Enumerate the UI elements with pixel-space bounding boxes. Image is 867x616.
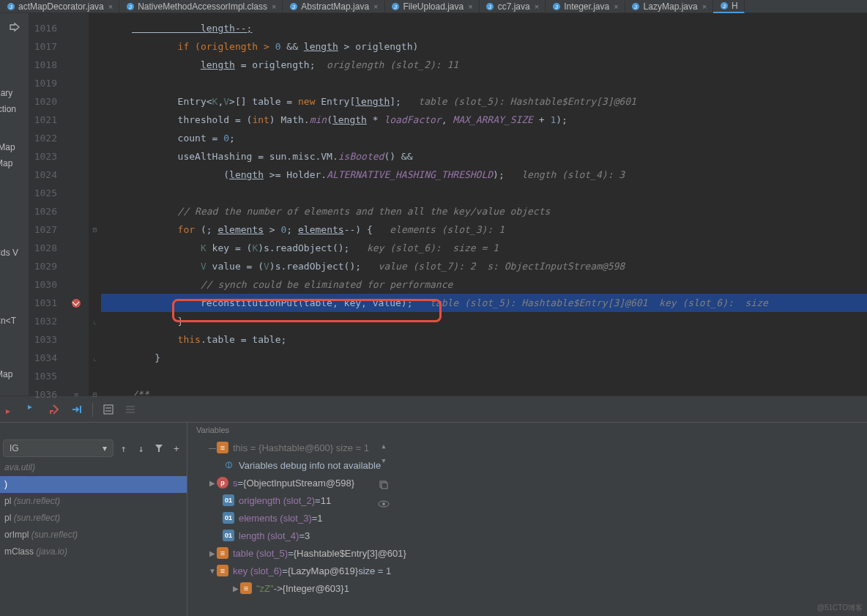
line-number: 1023 <box>29 147 64 166</box>
expander-icon[interactable]: ▼ <box>208 567 217 575</box>
info-icon: ⓘ <box>223 459 234 471</box>
close-icon[interactable]: × <box>468 2 472 11</box>
array-icon: ≡ <box>217 547 228 559</box>
scroll-up-icon[interactable]: ▴ <box>377 439 390 452</box>
line-number: 1021 <box>29 111 64 129</box>
param-icon: p <box>217 477 228 489</box>
line-number-gutter: 1016 1017 1018 1019 1020 1021 1022 1023 … <box>29 13 64 396</box>
svg-point-23 <box>382 502 385 505</box>
breakpoint-icon[interactable] <box>64 294 88 312</box>
fold-end-icon: ⌞ <box>92 354 97 362</box>
add-frame-icon[interactable]: + <box>169 441 184 456</box>
tab-0[interactable]: JactMapDecorator.java× <box>0 0 119 13</box>
frame-item[interactable]: mClass (java.io) <box>0 543 187 560</box>
thread-dropdown[interactable]: IG▾ <box>3 439 114 457</box>
step-out-icon[interactable] <box>48 403 62 416</box>
var-row[interactable]: —≡this = {Hashtable@600} size = 1 <box>187 439 867 456</box>
line-number: 1027 <box>29 220 64 239</box>
editor-tab-bar: JactMapDecorator.java× JNativeMethodAcce… <box>0 0 867 13</box>
svg-text:J: J <box>10 4 12 10</box>
scroll-down-icon[interactable]: ▾ <box>377 453 390 467</box>
tab-4[interactable]: Jcc7.java× <box>480 0 546 13</box>
variables-pane: Variables ▴ ▾ —≡this = {Hashtable@600} s… <box>187 423 867 616</box>
java-icon: J <box>551 2 561 12</box>
tab-3[interactable]: JFileUpload.java× <box>385 0 480 13</box>
var-row[interactable]: 01origlength (slot_2) = 11 <box>187 491 867 509</box>
side-label: nary <box>0 88 12 98</box>
frame-item[interactable]: pl (sun.reflect) <box>0 493 187 510</box>
scroll-buttons: ▴ ▾ <box>377 437 392 512</box>
var-row[interactable]: ▼≡key (slot_6) = {LazyMap@619} size = 1 <box>187 562 867 579</box>
breakpoint-gutter[interactable]: ≡ <box>64 13 88 396</box>
close-icon[interactable]: × <box>535 2 539 11</box>
fold-end-icon: ⌞ <box>92 317 97 325</box>
line-number: 1019 <box>29 74 64 92</box>
readonly-icon[interactable] <box>9 22 21 36</box>
frame-item[interactable]: ) <box>0 476 187 493</box>
java-icon: J <box>391 2 401 12</box>
filter-icon[interactable] <box>152 441 166 456</box>
var-row[interactable]: ▶ps = {ObjectInputStream@598} <box>187 474 867 491</box>
svg-text:J: J <box>292 4 295 10</box>
primitive-icon: 01 <box>223 494 234 506</box>
close-icon[interactable]: × <box>614 2 618 11</box>
tab-2[interactable]: JAbstractMap.java× <box>283 0 384 13</box>
line-number: 1031 <box>29 294 64 312</box>
java-icon: J <box>125 2 135 12</box>
frame-item[interactable]: ava.util) <box>0 459 187 476</box>
step-into-icon[interactable] <box>26 403 40 416</box>
copy-icon[interactable] <box>377 478 390 491</box>
run-to-cursor-icon[interactable] <box>70 403 83 416</box>
var-row[interactable]: 01elements (slot_3) = 1 <box>187 509 867 527</box>
var-row[interactable]: 01length (slot_4) = 3 <box>187 527 867 544</box>
tab-label: NativeMethodAccessorImpl.class <box>138 1 267 12</box>
tab-6[interactable]: JLazyMap.java× <box>625 0 713 13</box>
line-number: 1022 <box>29 129 64 147</box>
var-row[interactable]: ▶≡"zZ" -> {Integer@603} 1 <box>187 579 867 597</box>
step-over-icon[interactable] <box>4 403 18 416</box>
svg-rect-17 <box>104 405 113 414</box>
watch-icon[interactable] <box>377 497 390 511</box>
fold-marker-icon[interactable]: ⊟ <box>92 226 97 234</box>
code-editor[interactable]: length--; if (origlength > 0 && length >… <box>101 13 867 396</box>
line-number: 1025 <box>29 184 64 202</box>
trace-icon[interactable] <box>124 403 137 416</box>
array-icon: ≡ <box>217 565 228 576</box>
next-frame-icon[interactable]: ↓ <box>134 441 149 456</box>
frame-item[interactable]: orImpl (sun.reflect) <box>0 527 187 543</box>
line-number: 1016 <box>29 19 64 37</box>
frames-list: ava.util) ) pl (sun.reflect) pl (sun.ref… <box>0 459 187 560</box>
line-number: 1034 <box>29 349 64 367</box>
tab-5[interactable]: JInteger.java× <box>546 0 625 13</box>
close-icon[interactable]: × <box>272 2 276 11</box>
tab-label: cc7.java <box>498 1 530 12</box>
svg-text:J: J <box>555 4 558 10</box>
expander-icon[interactable]: ▶ <box>208 549 217 557</box>
frames-pane: IG▾ ↑ ↓ + ava.util) ) pl (sun.reflect) p… <box>0 423 187 616</box>
expander-icon[interactable]: ▶ <box>208 479 217 487</box>
java-icon: J <box>631 2 641 12</box>
variables-tree: —≡this = {Hashtable@600} size = 1 ⓘVaria… <box>187 437 867 597</box>
side-label: Map <box>0 158 12 168</box>
close-icon[interactable]: × <box>108 2 113 11</box>
line-number: 1028 <box>29 239 64 257</box>
fold-gutter[interactable]: ⊟ ⌞ ⌞ ⊟ <box>88 13 101 396</box>
tab-1[interactable]: JNativeMethodAccessorImpl.class× <box>119 0 283 13</box>
prev-frame-icon[interactable]: ↑ <box>116 441 131 456</box>
evaluate-expression-icon[interactable] <box>102 403 115 416</box>
close-icon[interactable]: × <box>702 2 707 11</box>
line-number: 1017 <box>29 37 64 56</box>
svg-text:J: J <box>488 4 491 10</box>
object-icon: ≡ <box>217 442 228 453</box>
frame-item[interactable]: pl (sun.reflect) <box>0 510 187 527</box>
line-number: 1024 <box>29 166 64 184</box>
fold-marker-icon[interactable]: ⊟ <box>92 390 97 398</box>
close-icon[interactable]: × <box>373 2 378 11</box>
expander-icon[interactable]: ▶ <box>231 585 240 593</box>
line-number: 1036 <box>29 385 64 404</box>
tab-7[interactable]: JH <box>713 0 745 13</box>
frames-controls: IG▾ ↑ ↓ + <box>0 437 187 459</box>
side-label: n<T> <box>0 316 16 326</box>
var-row[interactable]: ▶≡table (slot_5) = {Hashtable$Entry[3]@6… <box>187 544 867 562</box>
chevron-down-icon: ▾ <box>103 443 107 453</box>
